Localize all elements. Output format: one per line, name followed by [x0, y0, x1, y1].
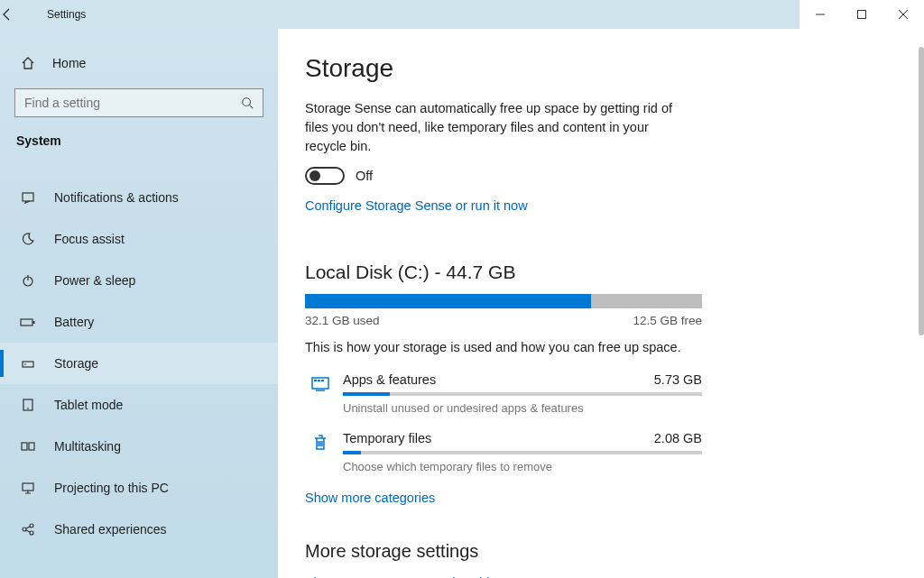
power-icon: [18, 273, 38, 288]
svg-rect-17: [23, 483, 33, 491]
svg-rect-9: [21, 319, 32, 326]
nav-label: Battery: [54, 315, 94, 329]
storage-sense-desc: Storage Sense can automatically free up …: [305, 99, 684, 156]
svg-line-5: [250, 106, 254, 109]
nav-tablet-mode[interactable]: Tablet mode: [0, 384, 278, 426]
category-size: 5.73 GB: [654, 372, 702, 387]
nav-multitasking[interactable]: Multitasking: [0, 426, 278, 467]
toggle-state-label: Off: [356, 169, 373, 183]
app-title: Settings: [43, 8, 86, 21]
show-more-categories-link[interactable]: Show more categories: [305, 491, 435, 505]
svg-rect-1: [858, 11, 866, 19]
nav-label: Tablet mode: [54, 398, 123, 412]
battery-icon: [18, 315, 38, 329]
category-name: Apps & features: [343, 372, 436, 387]
titlebar: Settings: [0, 0, 924, 29]
nav-label: Power & sleep: [54, 273, 135, 288]
svg-rect-26: [321, 380, 324, 381]
svg-rect-24: [314, 380, 317, 381]
disk-desc: This is how your storage is used and how…: [305, 340, 702, 354]
disk-free-label: 12.5 GB free: [633, 314, 702, 327]
svg-point-18: [23, 528, 26, 531]
trash-icon: [305, 431, 336, 453]
nav-label: Focus assist: [54, 232, 125, 246]
nav-shared-experiences[interactable]: Shared experiences: [0, 509, 278, 550]
search-input[interactable]: [24, 96, 241, 110]
scrollbar[interactable]: [910, 29, 924, 578]
category-hint: Choose which temporary files to remove: [343, 460, 702, 473]
svg-point-19: [30, 524, 33, 528]
svg-rect-11: [23, 362, 33, 367]
nav-label: Multitasking: [54, 439, 121, 454]
nav-power-sleep[interactable]: Power & sleep: [0, 260, 278, 301]
section-label: System: [0, 130, 278, 155]
nav-battery[interactable]: Battery: [0, 301, 278, 343]
home-nav[interactable]: Home: [0, 45, 278, 81]
search-icon: [241, 96, 254, 109]
nav-label: Storage: [54, 356, 98, 371]
tablet-icon: [18, 398, 38, 412]
svg-rect-15: [22, 443, 27, 450]
back-button[interactable]: [0, 7, 43, 22]
sidebar: Home System Notifications & actions Focu…: [0, 29, 278, 578]
nav-label: Projecting to this PC: [54, 481, 169, 495]
share-icon: [18, 522, 38, 537]
minimize-button[interactable]: [799, 0, 841, 29]
nav-label: Notifications & actions: [54, 190, 179, 205]
svg-rect-16: [29, 443, 34, 450]
search-box[interactable]: [14, 88, 263, 117]
category-name: Temporary files: [343, 431, 431, 445]
maximize-button[interactable]: [841, 0, 882, 29]
close-button[interactable]: [882, 0, 924, 29]
svg-point-12: [24, 363, 26, 365]
svg-point-20: [30, 531, 33, 535]
storage-sense-toggle[interactable]: [305, 167, 345, 185]
disk-usage-bar: [305, 294, 702, 308]
apps-icon: [305, 372, 336, 394]
category-hint: Uninstall unused or undesired apps & fea…: [343, 401, 702, 415]
svg-rect-23: [312, 378, 328, 389]
svg-rect-6: [23, 193, 33, 201]
svg-line-21: [26, 527, 30, 528]
home-label: Home: [52, 56, 86, 70]
page-title: Storage: [305, 54, 897, 83]
storage-icon: [18, 356, 38, 371]
content: Storage Storage Sense can automatically …: [278, 29, 924, 578]
nav-notifications[interactable]: Notifications & actions: [0, 177, 278, 218]
notifications-icon: [18, 190, 38, 205]
category-apps-features[interactable]: Apps & features 5.73 GB Uninstall unused…: [305, 372, 702, 415]
configure-storage-sense-link[interactable]: Configure Storage Sense or run it now: [305, 198, 528, 213]
home-icon: [18, 56, 38, 70]
nav-focus-assist[interactable]: Focus assist: [0, 218, 278, 260]
nav-projecting[interactable]: Projecting to this PC: [0, 467, 278, 509]
nav-label: Shared experiences: [54, 522, 167, 537]
disk-used-label: 32.1 GB used: [305, 314, 380, 327]
svg-rect-10: [33, 321, 35, 324]
disk-title: Local Disk (C:) - 44.7 GB: [305, 261, 702, 283]
more-storage-settings-title: More storage settings: [305, 541, 702, 562]
nav-storage[interactable]: Storage: [0, 343, 278, 384]
moon-icon: [18, 232, 38, 246]
svg-point-4: [243, 98, 251, 106]
category-temporary-files[interactable]: Temporary files 2.08 GB Choose which tem…: [305, 431, 702, 473]
multitasking-icon: [18, 439, 38, 454]
svg-rect-25: [318, 380, 320, 381]
svg-line-22: [26, 530, 30, 532]
projecting-icon: [18, 481, 38, 495]
category-size: 2.08 GB: [654, 431, 702, 445]
